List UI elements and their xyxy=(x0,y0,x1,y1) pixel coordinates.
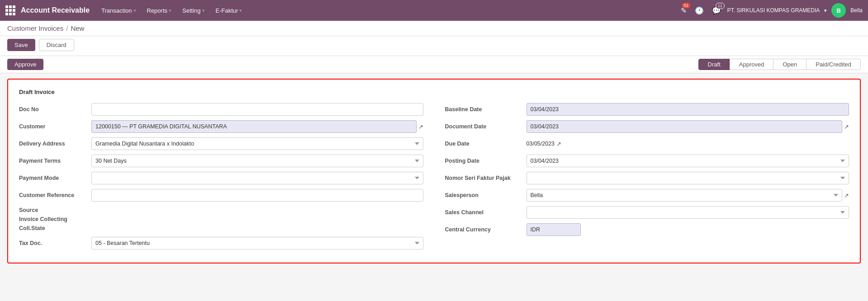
delivery-address-label: Delivery Address xyxy=(19,141,91,147)
invoice-collecting-label: Invoice Collecting xyxy=(19,215,88,224)
due-date-label: Due Date xyxy=(445,141,526,147)
navbar-menu-setting[interactable]: Setting ▾ xyxy=(178,5,209,16)
due-date-external-link-icon[interactable]: ↗ xyxy=(556,141,561,147)
status-step-open[interactable]: Open xyxy=(773,59,806,70)
edit-icon-btn[interactable]: ✎ 51 xyxy=(679,5,688,17)
chevron-down-icon: ▾ xyxy=(202,8,205,14)
central-currency-label: Central Currency xyxy=(445,226,526,233)
chevron-down-icon: ▾ xyxy=(133,8,136,14)
customer-external-link-icon[interactable]: ↗ xyxy=(418,123,423,130)
app-brand: Account Receivable xyxy=(21,6,90,14)
customer-reference-input[interactable] xyxy=(91,189,423,202)
field-due-date: Due Date 03/05/2023 ↗ xyxy=(445,137,849,150)
breadcrumb: Customer Invoices / New xyxy=(0,21,868,36)
field-doc-no: Doc No xyxy=(19,103,423,116)
status-step-approved[interactable]: Approved xyxy=(730,59,774,70)
customer-select[interactable]: 12000150 — PT GRAMEDIA DIGITAL NUSANTARA xyxy=(91,120,417,133)
field-source-stacked: Source Invoice Collecting Coll.State xyxy=(19,206,423,233)
navbar: Account Receivable Transaction ▾ Reports… xyxy=(0,0,868,21)
field-customer: Customer 12000150 — PT GRAMEDIA DIGITAL … xyxy=(19,120,423,133)
delivery-address-select[interactable]: Gramedia Digital Nusantara x Indolakto xyxy=(91,137,423,150)
nomor-seri-select[interactable] xyxy=(526,172,849,184)
approve-button[interactable]: Approve xyxy=(7,59,43,70)
clock-icon-btn[interactable]: 🕐 xyxy=(693,5,706,17)
form-section-title: Draft Invoice xyxy=(19,89,849,95)
posting-date-label: Posting Date xyxy=(445,158,526,164)
chevron-down-icon: ▾ xyxy=(169,8,171,14)
salesperson-select[interactable]: Bella xyxy=(526,189,843,202)
field-payment-terms: Payment Terms 30 Net Days xyxy=(19,154,423,168)
status-steps: Draft Approved Open Paid/Credited xyxy=(699,59,861,70)
tax-doc-select[interactable]: 05 - Besaran Tertentu xyxy=(91,237,423,249)
source-label: Source xyxy=(19,206,88,215)
discard-button[interactable]: Discard xyxy=(39,39,74,51)
form-right: Baseline Date 03/04/2023 Document Date 0… xyxy=(434,103,849,254)
breadcrumb-separator: / xyxy=(66,24,68,32)
status-step-paid[interactable]: Paid/Credited xyxy=(806,59,861,70)
baseline-date-select[interactable]: 03/04/2023 xyxy=(526,103,849,116)
save-button[interactable]: Save xyxy=(7,39,35,51)
field-customer-reference: Customer Reference xyxy=(19,188,423,202)
payment-mode-select[interactable] xyxy=(91,172,423,184)
navbar-menu-transaction[interactable]: Transaction ▾ xyxy=(97,5,140,16)
user-name: Bella xyxy=(850,7,863,14)
salesperson-external-link-icon[interactable]: ↗ xyxy=(844,192,849,199)
status-step-draft[interactable]: Draft xyxy=(698,59,730,70)
doc-no-label: Doc No xyxy=(19,106,91,113)
toolbar: Save Discard xyxy=(0,36,868,56)
doc-no-input[interactable] xyxy=(91,103,423,116)
chat-icon-btn[interactable]: 💬 11 xyxy=(710,5,723,17)
customer-reference-label: Customer Reference xyxy=(19,192,91,198)
nomor-seri-label: Nomor Seri Faktur Pajak xyxy=(445,175,526,181)
central-currency-select[interactable]: IDR xyxy=(526,223,581,236)
company-name[interactable]: PT. SIRKULASI KOMPAS GRAMEDIA xyxy=(727,7,820,14)
field-tax-doc: Tax Doc. 05 - Besaran Tertentu xyxy=(19,236,423,250)
salesperson-label: Salesperson xyxy=(445,192,526,198)
field-nomor-seri: Nomor Seri Faktur Pajak xyxy=(445,171,849,185)
customer-label: Customer xyxy=(19,123,91,130)
chevron-down-icon: ▾ xyxy=(239,8,242,14)
baseline-date-label: Baseline Date xyxy=(445,106,526,113)
form-grid: Doc No Customer 12000150 — PT GRAMEDIA D… xyxy=(19,103,849,254)
document-date-label: Document Date xyxy=(445,123,526,130)
document-date-select[interactable]: 03/04/2023 xyxy=(526,120,843,133)
chat-badge: 11 xyxy=(716,3,725,9)
company-chevron-icon: ▾ xyxy=(824,8,827,14)
main-content: Draft Invoice Doc No Customer 12000150 —… xyxy=(0,73,868,269)
document-date-external-link-icon[interactable]: ↗ xyxy=(844,123,849,130)
sales-channel-select[interactable] xyxy=(526,206,849,219)
due-date-value: 03/05/2023 xyxy=(526,139,555,149)
navbar-menu-reports[interactable]: Reports ▾ xyxy=(142,5,176,16)
navbar-menu-efaktur[interactable]: E-Faktur ▾ xyxy=(211,5,247,16)
form-left: Doc No Customer 12000150 — PT GRAMEDIA D… xyxy=(19,103,434,254)
field-central-currency: Central Currency IDR xyxy=(445,223,849,236)
field-delivery-address: Delivery Address Gramedia Digital Nusant… xyxy=(19,137,423,150)
customer-field-wrapper: 12000150 — PT GRAMEDIA DIGITAL NUSANTARA… xyxy=(91,120,423,133)
field-payment-mode: Payment Mode xyxy=(19,171,423,185)
coll-state-label: Coll.State xyxy=(19,224,88,233)
tax-doc-label: Tax Doc. xyxy=(19,240,91,246)
field-salesperson: Salesperson Bella ↗ xyxy=(445,188,849,202)
sales-channel-label: Sales Channel xyxy=(445,209,526,216)
payment-mode-label: Payment Mode xyxy=(19,175,91,181)
navbar-right: ✎ 51 🕐 💬 11 PT. SIRKULASI KOMPAS GRAMEDI… xyxy=(679,3,863,18)
navbar-menu: Transaction ▾ Reports ▾ Setting ▾ E-Fakt… xyxy=(97,5,675,16)
grid-menu-icon[interactable] xyxy=(5,5,15,15)
breadcrumb-parent[interactable]: Customer Invoices xyxy=(7,24,63,32)
posting-date-select[interactable]: 03/04/2023 xyxy=(526,155,849,167)
field-document-date: Document Date 03/04/2023 ↗ xyxy=(445,120,849,133)
edit-badge: 51 xyxy=(682,3,690,8)
field-sales-channel: Sales Channel xyxy=(445,206,849,219)
form-card: Draft Invoice Doc No Customer 12000150 —… xyxy=(7,79,861,263)
payment-terms-label: Payment Terms xyxy=(19,158,91,164)
payment-terms-select[interactable]: 30 Net Days xyxy=(91,155,423,167)
user-avatar[interactable]: B xyxy=(831,3,846,18)
field-baseline-date: Baseline Date 03/04/2023 xyxy=(445,103,849,116)
status-bar: Approve Draft Approved Open Paid/Credite… xyxy=(0,56,868,73)
field-posting-date: Posting Date 03/04/2023 xyxy=(445,154,849,168)
breadcrumb-current: New xyxy=(71,24,84,32)
